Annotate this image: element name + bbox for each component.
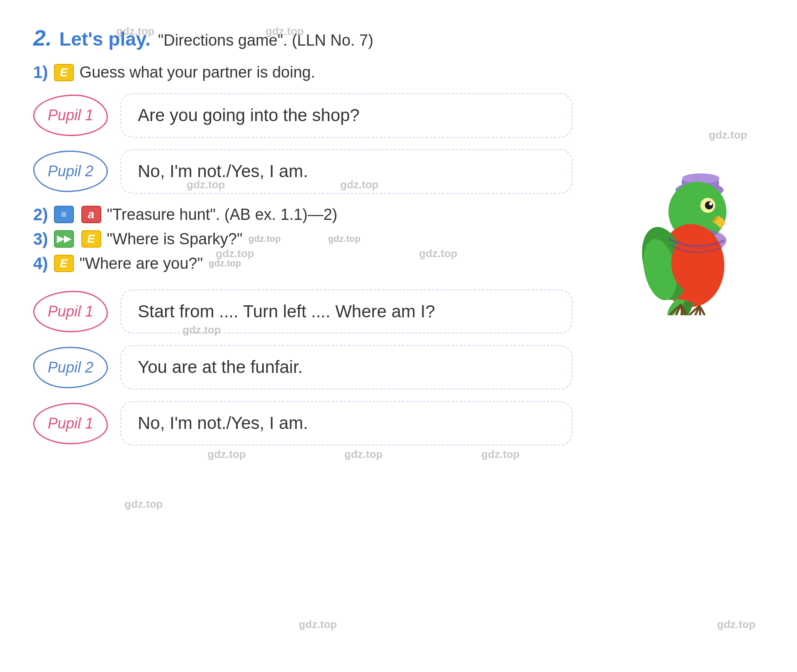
watermark-12: gdz.top <box>124 498 163 511</box>
sub-item-1-text: Guess what your partner is doing. <box>80 63 315 81</box>
watermark-9: gdz.top <box>207 448 246 461</box>
pupil1-bubble-1: Pupil 1 <box>33 95 108 136</box>
page: gdz.top gdz.top gdz.top gdz.top gdz.top … <box>0 0 797 672</box>
sub-item-1-label: 1) <box>33 63 48 82</box>
dialog-row-1: Pupil 1 Are you going into the shop? <box>33 93 573 138</box>
icon-e-4: E <box>54 255 74 272</box>
watermark-11: gdz.top <box>481 448 519 461</box>
sub-item-4-label: 4) <box>33 254 48 273</box>
icon-lines-2: ≡ <box>54 206 74 223</box>
dialog-row-3: Pupil 1 Start from .... Turn left .... W… <box>33 290 573 334</box>
dialog-row-2: Pupil 2 No, I'm not./Yes, I am. <box>33 149 573 194</box>
speech-box-5: No, I'm not./Yes, I am. <box>120 401 573 446</box>
dialog-row-4: Pupil 2 You are at the funfair. <box>33 345 573 390</box>
svg-point-5 <box>705 201 713 209</box>
sub-item-1: 1) E Guess what your partner is doing. <box>33 63 764 82</box>
svg-point-6 <box>709 202 712 205</box>
sub-item-3-label: 3) <box>33 230 48 248</box>
watermark-13: gdz.top <box>299 618 337 631</box>
pupil2-bubble-1: Pupil 2 <box>33 151 108 192</box>
wm-inline-3b: gdz.top <box>328 234 361 244</box>
sub-item-2-text: "Treasure hunt". (AB ex. 1.1)—2) <box>107 206 338 224</box>
speech-box-3: Start from .... Turn left .... Where am … <box>120 290 573 334</box>
lets-play-label: Let's play. <box>59 28 151 50</box>
pupil2-bubble-2: Pupil 2 <box>33 347 108 388</box>
exercise-number: 2. <box>33 25 52 51</box>
icon-e-3: E <box>81 230 101 248</box>
pupil1-bubble-3: Pupil 1 <box>33 403 108 444</box>
parrot-image <box>627 158 772 324</box>
icon-a-2: a <box>81 206 101 223</box>
sub-item-3-text: "Where is Sparky?" <box>107 230 243 248</box>
dialog-row-5: Pupil 1 No, I'm not./Yes, I am. <box>33 401 573 446</box>
speech-box-4: You are at the funfair. <box>120 345 573 390</box>
speech-box-2: No, I'm not./Yes, I am. <box>120 149 573 194</box>
sub-item-4-text: "Where are you?" <box>80 255 203 273</box>
parrot-svg <box>627 158 760 315</box>
watermark-10: gdz.top <box>344 448 383 461</box>
icon-audio-3: ▶▶ <box>54 230 74 248</box>
watermark-14: gdz.top <box>717 618 756 631</box>
wm-inline-3: gdz.top <box>248 234 280 244</box>
icon-e-1: E <box>54 64 74 81</box>
watermark-3: gdz.top <box>709 129 747 141</box>
exercise-subtitle: "Directions game". (LLN No. 7) <box>158 32 373 49</box>
header: 2. Let's play. "Directions game". (LLN N… <box>33 25 764 51</box>
pupil1-bubble-2: Pupil 1 <box>33 291 108 332</box>
svg-point-2 <box>682 173 719 183</box>
speech-box-1: Are you going into the shop? <box>120 93 573 138</box>
wm-inline-4: gdz.top <box>209 258 241 269</box>
sub-item-2-label: 2) <box>33 205 48 224</box>
